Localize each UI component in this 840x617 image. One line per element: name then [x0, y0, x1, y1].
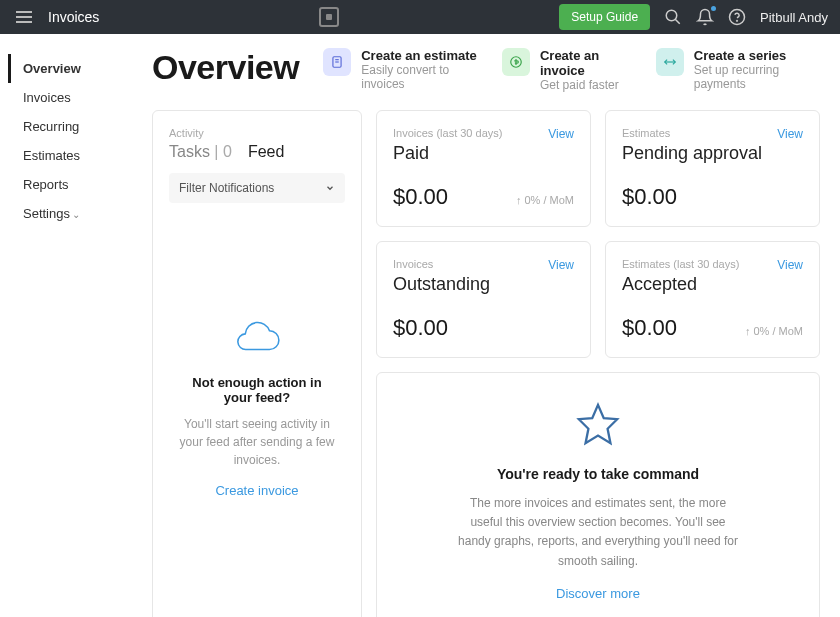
cloud-icon	[232, 318, 282, 359]
empty-feed-subtitle: You'll start seeing activity in your fee…	[177, 415, 337, 469]
create-estimate-action[interactable]: Create an estimateEasily convert to invo…	[323, 48, 482, 92]
accepted-card: Estimates (last 30 days) Accepted View $…	[605, 241, 820, 358]
setup-guide-button[interactable]: Setup Guide	[559, 4, 650, 30]
username[interactable]: Pitbull Andy	[760, 10, 828, 25]
empty-feed-title: Not enough action in your feed?	[177, 375, 337, 405]
activity-card: Activity Tasks | 0 Feed Filter Notificat…	[152, 110, 362, 617]
command-subtitle: The more invoices and estimates sent, th…	[457, 494, 739, 571]
invoice-icon	[502, 48, 530, 76]
filter-notifications-dropdown[interactable]: Filter Notifications	[169, 173, 345, 203]
header-title: Invoices	[48, 9, 99, 25]
svg-line-1	[675, 19, 680, 24]
sidebar-item-overview[interactable]: Overview	[8, 54, 132, 83]
tab-tasks[interactable]: Tasks | 0	[169, 143, 232, 161]
sidebar: Overview Invoices Recurring Estimates Re…	[0, 34, 132, 617]
pending-approval-card: Estimates Pending approval View $0.00	[605, 110, 820, 227]
sidebar-item-reports[interactable]: Reports	[8, 170, 132, 199]
star-icon	[575, 401, 621, 450]
page-title: Overview	[152, 48, 299, 87]
paid-mom: ↑ 0% / MoM	[516, 194, 574, 206]
search-icon[interactable]	[664, 8, 682, 26]
discover-more-link[interactable]: Discover more	[556, 586, 640, 601]
chevron-down-icon: ⌄	[72, 209, 80, 220]
paid-card: Invoices (last 30 days) Paid View $0.00↑…	[376, 110, 591, 227]
sidebar-item-invoices[interactable]: Invoices	[8, 83, 132, 112]
accepted-mom: ↑ 0% / MoM	[745, 325, 803, 337]
notifications-icon[interactable]	[696, 8, 714, 26]
menu-icon[interactable]	[12, 7, 36, 27]
command-card: You're ready to take command The more in…	[376, 372, 820, 617]
create-invoice-action[interactable]: Create an invoiceGet paid faster	[502, 48, 636, 92]
create-invoice-link[interactable]: Create invoice	[215, 483, 298, 498]
sidebar-item-recurring[interactable]: Recurring	[8, 112, 132, 141]
series-icon	[656, 48, 684, 76]
svg-point-3	[737, 20, 738, 21]
outstanding-card: Invoices Outstanding View $0.00	[376, 241, 591, 358]
svg-marker-8	[579, 405, 617, 443]
command-title: You're ready to take command	[457, 466, 739, 482]
square-logo-icon[interactable]	[319, 7, 339, 27]
activity-label: Activity	[169, 127, 345, 139]
tab-feed[interactable]: Feed	[248, 143, 284, 161]
help-icon[interactable]	[728, 8, 746, 26]
header-center	[99, 7, 559, 27]
paid-view-link[interactable]: View	[548, 127, 574, 141]
sidebar-item-settings[interactable]: Settings⌄	[8, 199, 132, 228]
app-header: Invoices Setup Guide Pitbull Andy	[0, 0, 840, 34]
chevron-down-icon	[325, 183, 335, 193]
pending-view-link[interactable]: View	[777, 127, 803, 141]
sidebar-item-estimates[interactable]: Estimates	[8, 141, 132, 170]
outstanding-view-link[interactable]: View	[548, 258, 574, 272]
svg-point-0	[666, 10, 677, 21]
create-series-action[interactable]: Create a seriesSet up recurring payments	[656, 48, 820, 92]
estimate-icon	[323, 48, 351, 76]
accepted-view-link[interactable]: View	[777, 258, 803, 272]
